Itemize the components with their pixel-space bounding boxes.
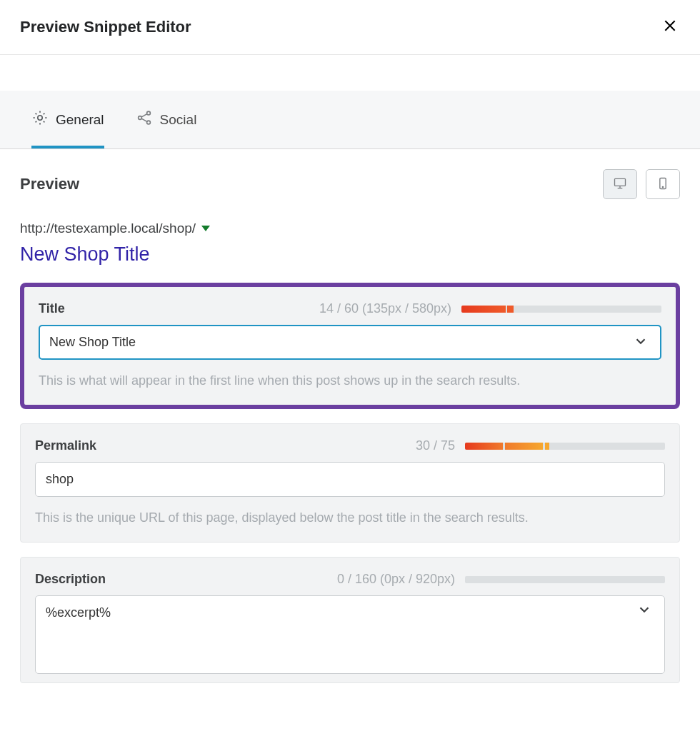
preview-heading: Preview (20, 175, 79, 193)
svg-point-6 (662, 186, 663, 187)
mobile-preview-button[interactable] (646, 169, 680, 199)
description-label: Description (35, 572, 106, 587)
svg-point-0 (38, 116, 42, 120)
permalink-label: Permalink (35, 438, 96, 453)
svg-point-3 (146, 121, 150, 124)
title-input[interactable] (39, 325, 661, 360)
tab-general-label: General (56, 112, 104, 128)
mobile-icon (655, 176, 671, 193)
description-input[interactable] (35, 595, 665, 674)
device-toggle-group (603, 169, 680, 199)
svg-point-1 (138, 116, 141, 120)
desktop-icon (612, 176, 628, 193)
title-progress-bar (461, 306, 661, 313)
serp-preview: http://testexample.local/shop/ New Shop … (20, 221, 680, 266)
title-counter: 14 / 60 (135px / 580px) (319, 301, 451, 316)
svg-point-2 (146, 111, 150, 115)
permalink-input[interactable] (35, 462, 665, 497)
serp-url-row[interactable]: http://testexample.local/shop/ (20, 221, 680, 236)
title-help-text: This is what will appear in the first li… (39, 371, 661, 390)
serp-url-text: http://testexample.local/shop/ (20, 221, 196, 236)
tab-general[interactable]: General (31, 91, 104, 148)
permalink-counter: 30 / 75 (416, 438, 455, 453)
desktop-preview-button[interactable] (603, 169, 637, 199)
description-progress-bar (465, 576, 665, 583)
share-icon (136, 109, 153, 130)
close-button[interactable] (660, 16, 680, 39)
permalink-input-wrap (35, 462, 665, 497)
caret-down-icon (201, 226, 210, 231)
modal-title: Preview Snippet Editor (20, 18, 191, 36)
description-input-wrap (35, 595, 665, 677)
description-counter: 0 / 160 (0px / 920px) (337, 572, 455, 587)
permalink-progress-bar (465, 443, 665, 450)
title-input-wrap (39, 325, 661, 360)
tab-social[interactable]: Social (136, 91, 197, 148)
description-panel: Description 0 / 160 (0px / 920px) (20, 557, 680, 683)
permalink-help-text: This is the unique URL of this page, dis… (35, 508, 665, 528)
svg-rect-4 (615, 178, 626, 186)
tab-bar: General Social (0, 91, 700, 149)
title-label: Title (39, 301, 65, 316)
modal-header: Preview Snippet Editor (0, 0, 700, 55)
permalink-panel: Permalink 30 / 75 This is the unique URL… (20, 423, 680, 543)
gear-icon (31, 109, 49, 130)
title-panel: Title 14 / 60 (135px / 580px) This is wh… (20, 283, 680, 409)
serp-title: New Shop Title (20, 243, 680, 266)
content-area: Preview http://testexample.local/shop/ (0, 149, 700, 703)
close-icon (663, 17, 677, 36)
tab-social-label: Social (160, 112, 197, 128)
